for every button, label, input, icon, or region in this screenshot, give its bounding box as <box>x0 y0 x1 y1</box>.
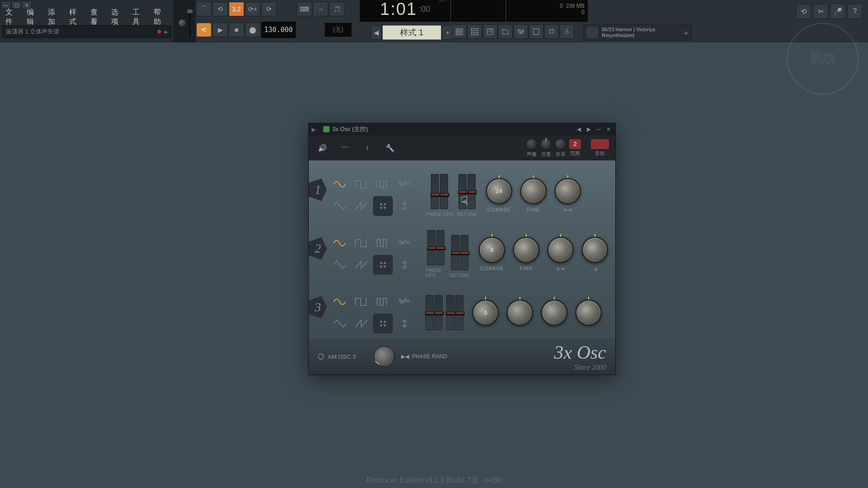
master-pitch-slider[interactable] <box>189 9 191 37</box>
mixer-button[interactable] <box>514 24 528 39</box>
pianoroll-button[interactable] <box>483 24 497 39</box>
plugin-close-button[interactable]: ✕ <box>604 125 613 133</box>
channel-pan-knob[interactable] <box>526 138 538 150</box>
osc2-fine-knob[interactable] <box>513 237 539 263</box>
pattern-name-display[interactable]: 样式 1 <box>382 25 441 40</box>
osc2-pan-knob[interactable] <box>547 237 574 263</box>
snap-2-button[interactable]: ⟲ <box>212 2 228 16</box>
channel-mute-button[interactable]: 🔊 <box>315 141 330 155</box>
channel-envelope-icon[interactable]: ⫰ <box>360 141 375 155</box>
play-button[interactable]: ▶ <box>212 23 228 37</box>
osc2-detune-slider-r[interactable] <box>460 235 468 270</box>
osc3-triangle-button[interactable] <box>330 314 349 333</box>
snap-selector[interactable]: (无) <box>325 23 352 37</box>
am-osc-toggle[interactable]: AM OSC 3 <box>318 353 356 360</box>
typing-keyboard-button[interactable]: ⌨ <box>297 2 312 16</box>
osc3-level-knob[interactable] <box>576 300 602 326</box>
metronome-button[interactable]: → <box>313 2 328 16</box>
osc3-square-button[interactable] <box>351 292 371 312</box>
osc3-noise1-button[interactable] <box>395 292 415 312</box>
master-volume-knob[interactable] <box>178 19 186 27</box>
osc1-fine-knob[interactable] <box>520 178 547 204</box>
snap-1-button[interactable]: ⌒ <box>196 2 212 16</box>
plugin-titlebar[interactable]: ▶ 3x Osc (主控) ◀ ▶ — ✕ <box>309 123 615 135</box>
osc3-pulse-button[interactable] <box>373 292 393 312</box>
osc3-fine-knob[interactable] <box>507 300 533 326</box>
channel-range-value[interactable]: 2 <box>569 139 581 149</box>
browser-button[interactable] <box>498 24 513 39</box>
news-next-icon[interactable]: ▶ <box>685 30 689 35</box>
stop-button[interactable]: ■ <box>229 23 244 37</box>
undo-button[interactable]: ⟲ <box>796 4 811 19</box>
wait-input-button[interactable]: 🎵 <box>329 2 344 16</box>
snap-4-button[interactable]: ⟳+ <box>245 2 260 16</box>
osc2-sine-button[interactable] <box>330 233 349 253</box>
help-button[interactable]: ? <box>847 4 863 19</box>
osc3-sine-button[interactable] <box>330 292 349 312</box>
preset-next-button[interactable]: ▶ <box>585 125 593 133</box>
osc3-pan-knob[interactable] <box>541 300 567 326</box>
snap-5-button[interactable]: ⟳ <box>261 2 277 16</box>
osc1-random-button[interactable] <box>373 196 393 216</box>
channel-waveform-icon[interactable]: 〰 <box>338 141 352 155</box>
view-6-button[interactable] <box>529 24 543 39</box>
channel-misc-icon[interactable]: 🔧 <box>383 141 397 155</box>
osc2-random-button[interactable] <box>373 255 393 275</box>
plugin-menu-icon[interactable]: ▶ <box>311 126 316 133</box>
osc3-coarse-knob[interactable]: 0 <box>472 300 499 326</box>
loop-mode-button[interactable]: ⟲ <box>196 23 212 37</box>
channel-pitch-knob[interactable] <box>555 138 566 150</box>
osc2-level-knob[interactable] <box>582 237 608 263</box>
osc1-noise1-button[interactable] <box>395 174 415 194</box>
osc1-saw-button[interactable] <box>351 196 371 216</box>
osc3-invert-button[interactable] <box>395 314 415 333</box>
osc2-phase-slider-l[interactable] <box>427 230 435 265</box>
osc1-pan-knob[interactable] <box>555 178 581 204</box>
osc1-triangle-button[interactable] <box>330 196 349 216</box>
osc1-detune-slider-l[interactable] <box>458 174 467 209</box>
channel-track-display[interactable] <box>591 139 609 149</box>
preset-prev-button[interactable]: ◀ <box>575 125 583 133</box>
osc2-saw-button[interactable] <box>351 255 371 275</box>
record-button[interactable]: ⬤ <box>245 23 260 37</box>
osc3-detune-slider-l[interactable] <box>446 295 454 330</box>
osc3-saw-button[interactable] <box>351 314 371 333</box>
osc3-detune-slider-r[interactable] <box>455 295 463 330</box>
close-windows-button[interactable] <box>560 24 574 39</box>
plugin-picker-button[interactable] <box>544 24 559 39</box>
osc1-phase-slider-r[interactable] <box>440 174 448 209</box>
osc1-square-button[interactable] <box>351 174 371 194</box>
osc2-phase-slider-r[interactable] <box>436 230 444 265</box>
channel-volume-knob[interactable] <box>540 138 552 150</box>
osc1-sine-button[interactable] <box>330 174 349 194</box>
osc1-detune-slider-r[interactable] <box>467 174 476 209</box>
news-panel[interactable]: 06/23 Harmor | Victoriya Resynthesized ▶ <box>583 24 692 41</box>
osc1-pulse-button[interactable] <box>373 174 393 194</box>
osc2-pulse-button[interactable] <box>373 233 393 253</box>
osc1-coarse-knob[interactable]: 24 <box>486 178 512 204</box>
phase-rand-knob[interactable] <box>374 346 395 367</box>
osc2-triangle-button[interactable] <box>330 255 349 275</box>
snap-3-button[interactable]: 3.2 <box>229 2 244 16</box>
cut-button[interactable]: ✂ <box>813 4 828 19</box>
pattern-prev-button[interactable]: ◀ <box>371 25 382 40</box>
range-label: 范围 <box>570 150 580 157</box>
osc1-phase-slider-l[interactable] <box>431 174 439 209</box>
osc2-coarse-knob[interactable]: 0 <box>479 237 505 263</box>
playlist-button[interactable] <box>452 24 467 39</box>
osc2-detune-slider-l[interactable] <box>451 235 459 270</box>
time-display[interactable]: B:S:T 1:01 :00 <box>360 0 450 22</box>
osc3-phase-slider-l[interactable] <box>425 295 434 330</box>
osc3-random-button[interactable] <box>373 314 393 333</box>
stepseq-button[interactable] <box>467 24 482 39</box>
plugin-preset-icon[interactable] <box>323 126 330 132</box>
tempo-display[interactable]: 130.000 <box>261 22 296 38</box>
osc3-phase-slider-r[interactable] <box>434 295 443 330</box>
pattern-add-button[interactable]: + <box>442 25 453 40</box>
osc1-invert-button[interactable] <box>395 196 415 216</box>
plugin-minimize-button[interactable]: — <box>594 125 603 133</box>
osc2-invert-button[interactable] <box>395 255 415 275</box>
osc2-noise1-button[interactable] <box>395 233 415 253</box>
osc2-square-button[interactable] <box>351 233 371 253</box>
onekey-rec-button[interactable]: 🎤 <box>830 4 845 19</box>
